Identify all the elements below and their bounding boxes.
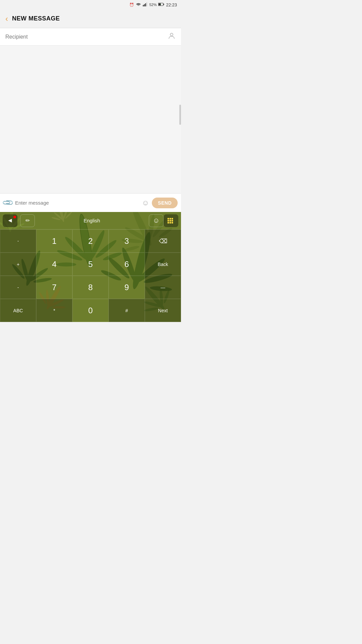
key-4[interactable]: 4 <box>36 253 72 276</box>
signal-icon <box>143 2 147 7</box>
key-minus-label: - <box>17 285 19 290</box>
svg-rect-58 <box>172 218 173 219</box>
svg-rect-56 <box>168 218 169 219</box>
grid-icon <box>167 218 175 224</box>
key-6-label: 6 <box>124 260 129 269</box>
keyboard-back-icon: ◄ <box>7 217 13 224</box>
svg-rect-2 <box>145 3 146 6</box>
svg-rect-1 <box>144 4 145 7</box>
key-plus-label: + <box>17 262 19 267</box>
emoji-keyboard-icon: ☺ <box>153 217 160 224</box>
key-abc-label: ABC <box>13 308 23 313</box>
key-8-label: 8 <box>88 283 93 292</box>
battery-text: 52% <box>149 3 157 7</box>
keyboard-language[interactable]: English <box>35 218 149 223</box>
keyboard-rows: · 1 2 3 ⌫ + <box>0 229 181 322</box>
svg-rect-0 <box>143 5 144 6</box>
keyboard-row-1: · 1 2 3 ⌫ <box>0 229 181 253</box>
keyboard-row-3: - 7 8 9 — <box>0 276 181 299</box>
key-asterisk-label: * <box>53 308 55 313</box>
key-3[interactable]: 3 <box>109 229 145 253</box>
key-6[interactable]: 6 <box>109 253 145 276</box>
key-4-label: 4 <box>52 260 56 269</box>
key-8[interactable]: 8 <box>72 276 109 299</box>
keyboard-toolbar: ◄ ✏ English ☺ <box>0 212 181 229</box>
svg-rect-63 <box>170 222 171 223</box>
key-next-label: Next <box>158 308 168 313</box>
svg-rect-61 <box>172 220 173 221</box>
svg-rect-59 <box>168 220 169 221</box>
keyboard-overlay: ◄ ✏ English ☺ <box>0 212 181 322</box>
key-9[interactable]: 9 <box>109 276 145 299</box>
keyboard-row-2: + 4 5 6 Back <box>0 253 181 276</box>
key-7-label: 7 <box>52 283 56 292</box>
wifi-icon <box>136 2 141 7</box>
emoji-icon[interactable]: ☺ <box>142 199 149 207</box>
contact-icon[interactable] <box>168 32 176 42</box>
key-1[interactable]: 1 <box>36 229 72 253</box>
keyboard-back-button[interactable]: ◄ <box>3 214 17 227</box>
key-plus[interactable]: + <box>0 253 36 276</box>
key-1-label: 1 <box>52 236 56 246</box>
keyboard-row-4: ABC * 0 # Next <box>0 299 181 322</box>
key-next[interactable]: Next <box>145 299 181 322</box>
key-2-label: 2 <box>88 236 93 246</box>
key-asterisk[interactable]: * <box>36 299 72 322</box>
backspace-icon: ⌫ <box>159 237 167 245</box>
message-input[interactable] <box>15 200 139 206</box>
key-hash-label: # <box>125 308 128 313</box>
key-2[interactable]: 2 <box>72 229 109 253</box>
keyboard-pen-button[interactable]: ✏ <box>20 214 35 227</box>
alarm-icon: ⏰ <box>129 3 134 7</box>
attach-icon[interactable]: 📎 <box>2 197 14 209</box>
key-abc[interactable]: ABC <box>0 299 36 322</box>
page-title: NEW MESSAGE <box>12 15 60 22</box>
keyboard-layout-button[interactable] <box>164 214 178 227</box>
key-backspace[interactable]: ⌫ <box>145 229 181 253</box>
key-5-label: 5 <box>88 260 93 269</box>
back-button[interactable]: ‹ <box>5 14 8 23</box>
key-dash-label: — <box>161 285 165 290</box>
key-dash[interactable]: — <box>145 276 181 299</box>
key-7[interactable]: 7 <box>36 276 72 299</box>
status-icons: ⏰ 52% <box>129 2 177 7</box>
key-minus[interactable]: - <box>0 276 36 299</box>
keyboard: ◄ ✏ English ☺ <box>0 212 181 322</box>
key-0-label: 0 <box>88 306 93 315</box>
battery-icon <box>158 3 164 7</box>
scrollbar <box>179 105 181 125</box>
svg-rect-3 <box>146 2 147 6</box>
key-3-label: 3 <box>124 236 129 246</box>
pen-icon: ✏ <box>25 217 30 224</box>
recipient-input[interactable] <box>5 34 168 40</box>
time-display: 22:23 <box>166 2 177 7</box>
svg-rect-60 <box>170 220 171 221</box>
key-5[interactable]: 5 <box>72 253 109 276</box>
keyboard-toolbar-left: ◄ ✏ <box>3 214 35 227</box>
notification-dot <box>13 216 16 218</box>
key-hash[interactable]: # <box>109 299 145 322</box>
status-bar: ⏰ 52% <box>0 0 181 9</box>
key-dot[interactable]: · <box>0 229 36 253</box>
message-area[interactable] <box>0 46 181 193</box>
svg-rect-62 <box>168 222 169 223</box>
top-nav: ‹ NEW MESSAGE <box>0 9 181 28</box>
send-button[interactable]: SEND <box>152 198 178 208</box>
key-dot-label: · <box>17 237 19 245</box>
message-input-bar: 📎 ☺ SEND <box>0 193 181 212</box>
svg-rect-57 <box>170 218 171 219</box>
key-0[interactable]: 0 <box>72 299 109 322</box>
key-9-label: 9 <box>124 283 129 292</box>
svg-rect-6 <box>164 4 164 5</box>
svg-point-7 <box>170 33 173 36</box>
recipient-row <box>0 28 181 46</box>
key-back-label: Back <box>158 262 168 267</box>
svg-rect-64 <box>172 222 173 223</box>
keyboard-emoji-button[interactable]: ☺ <box>149 214 164 227</box>
key-back[interactable]: Back <box>145 253 181 276</box>
